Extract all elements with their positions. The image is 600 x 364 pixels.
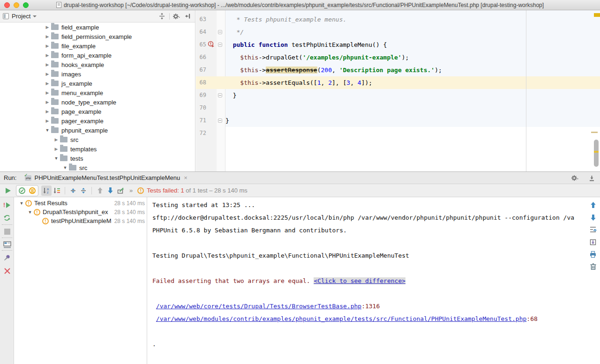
- project-tree-item[interactable]: ▼phpunit_example: [0, 126, 195, 135]
- show-ignored-toggle[interactable]: [27, 186, 38, 196]
- code-line-68[interactable]: $this->assertEquals([1, 2], [3, 4]);: [225, 76, 600, 89]
- chevron-right-icon[interactable]: ▶: [52, 137, 60, 142]
- test-tree-item[interactable]: ▼!Drupal\Tests\phpunit_ex28 s 140 ms: [14, 208, 147, 216]
- chevron-down-icon[interactable]: ▼: [26, 210, 34, 215]
- show-passed-toggle[interactable]: [17, 186, 27, 196]
- gutter-line-70[interactable]: 70: [196, 102, 225, 114]
- code-editor[interactable]: 63646566676869707172 * Tests phpunit_exa…: [196, 10, 600, 171]
- gutter-line-63[interactable]: 63: [196, 13, 225, 26]
- gutter-line-71[interactable]: 71: [196, 114, 225, 127]
- window-zoom-button[interactable]: [23, 2, 29, 8]
- clear-all-button[interactable]: [588, 261, 598, 272]
- project-tree-item[interactable]: ▶menu_example: [0, 88, 195, 97]
- project-tree-item[interactable]: ▶page_example: [0, 107, 195, 116]
- fold-marker-icon[interactable]: [218, 119, 222, 123]
- chevron-right-icon[interactable]: ▶: [44, 81, 51, 86]
- sort-by-duration-toggle[interactable]: [52, 186, 62, 196]
- collapse-all-button[interactable]: [78, 186, 89, 196]
- expand-all-button[interactable]: [68, 186, 78, 196]
- project-tree-item[interactable]: ▼src: [0, 163, 195, 171]
- code-line-71[interactable]: }: [225, 114, 600, 127]
- gutter-line-67[interactable]: 67: [196, 64, 225, 76]
- print-button[interactable]: [588, 249, 598, 260]
- chevron-right-icon[interactable]: ▶: [44, 119, 51, 123]
- project-tree-item[interactable]: ▼tests: [0, 154, 195, 163]
- code-line-70[interactable]: [225, 102, 600, 114]
- project-tree-item[interactable]: ▶field_example: [0, 22, 195, 32]
- stop-button[interactable]: [2, 226, 12, 237]
- test-tree-item[interactable]: !testPhpUnitExampleM28 s 140 ms: [14, 216, 147, 225]
- chevron-right-icon[interactable]: ▶: [44, 100, 51, 104]
- project-tree-item[interactable]: ▶pager_example: [0, 116, 195, 126]
- scroll-to-end-button[interactable]: [588, 237, 598, 247]
- close-run-panel-button[interactable]: [2, 266, 12, 276]
- down-stacktrace-button[interactable]: [588, 212, 598, 223]
- error-stripe-warning-mark[interactable]: [594, 13, 600, 17]
- project-tree-item[interactable]: ▶field_permission_example: [0, 32, 195, 41]
- rerun-test-button[interactable]: [2, 213, 12, 223]
- restore-layout-button[interactable]: [2, 239, 12, 250]
- rerun-failed-tests-button[interactable]: !: [2, 200, 12, 210]
- project-tree-item[interactable]: ▶images: [0, 69, 195, 79]
- error-stripe-mark[interactable]: [591, 132, 598, 133]
- fold-marker-icon[interactable]: [218, 43, 222, 47]
- hide-run-panel-button[interactable]: [587, 174, 596, 182]
- project-tree-item[interactable]: ▶js_example: [0, 79, 195, 88]
- editor-scrollbar[interactable]: [594, 140, 599, 167]
- pin-tab-button[interactable]: [2, 253, 12, 263]
- chevron-right-icon[interactable]: ▶: [44, 90, 51, 95]
- code-line-66[interactable]: $this->drupalGet('/examples/phpunit-exam…: [225, 51, 600, 64]
- chevron-right-icon[interactable]: ▶: [44, 109, 51, 114]
- test-console[interactable]: Testing started at 13:25 ...sftp://docke…: [147, 199, 586, 364]
- chevron-right-icon[interactable]: ▶: [44, 62, 51, 67]
- run-settings-gear-button[interactable]: [570, 174, 579, 182]
- window-close-button[interactable]: [4, 2, 10, 8]
- gutter-line-68[interactable]: 68: [196, 76, 225, 89]
- chevron-right-icon[interactable]: ▶: [44, 53, 51, 58]
- chevron-down-icon[interactable]: ▼: [18, 201, 25, 206]
- code-line-67[interactable]: $this->assertResponse(200, 'Description …: [225, 64, 600, 76]
- chevron-right-icon[interactable]: ▶: [44, 44, 51, 48]
- select-opened-file-button[interactable]: [157, 12, 166, 21]
- gutter-line-72[interactable]: 72: [196, 127, 225, 140]
- soft-wrap-toggle[interactable]: [588, 224, 598, 235]
- close-icon[interactable]: ×: [184, 174, 188, 181]
- console-link[interactable]: /var/www/web/modules/contrib/examples/ph…: [156, 315, 527, 322]
- chevron-right-icon[interactable]: ▶: [44, 72, 51, 76]
- chevron-down-icon[interactable]: ▼: [44, 128, 51, 133]
- chevron-right-icon[interactable]: ▶: [52, 147, 60, 151]
- rerun-button[interactable]: [3, 186, 13, 196]
- project-tree-item[interactable]: ▶src: [0, 135, 195, 144]
- gutter-line-69[interactable]: 69: [196, 89, 225, 102]
- console-link[interactable]: /var/www/web/core/tests/Drupal/Tests/Bro…: [156, 303, 361, 310]
- project-tree-item[interactable]: ▶form_api_example: [0, 51, 195, 60]
- code-line-72[interactable]: [225, 127, 600, 140]
- chevron-right-icon[interactable]: ▶: [44, 34, 51, 39]
- fold-marker-icon[interactable]: [218, 93, 222, 97]
- rerun-failed-test-gutter-icon[interactable]: [208, 41, 215, 48]
- gutter-line-64[interactable]: 64: [196, 26, 225, 38]
- previous-failed-test-button[interactable]: [95, 186, 105, 196]
- hide-project-panel-button[interactable]: [183, 12, 192, 21]
- chevron-down-icon[interactable]: ▼: [61, 165, 69, 170]
- project-tree-item[interactable]: ▶node_type_example: [0, 97, 195, 107]
- export-test-results-button[interactable]: [115, 186, 126, 196]
- run-tab[interactable]: php✓ PHPUnitExampleMenuTest.testPhpUnitE…: [21, 172, 191, 184]
- code-line-65[interactable]: public function testPhpUnitExampleMenu()…: [225, 38, 600, 51]
- gutter-line-66[interactable]: 66: [196, 51, 225, 64]
- next-failed-test-button[interactable]: [105, 186, 115, 196]
- up-stacktrace-button[interactable]: [588, 200, 598, 210]
- console-link[interactable]: <Click to see difference>: [314, 277, 405, 284]
- chevron-down-icon[interactable]: ▼: [52, 156, 60, 161]
- project-tree-item[interactable]: ▶file_example: [0, 41, 195, 51]
- gutter-line-65[interactable]: 65: [196, 38, 225, 51]
- code-line-64[interactable]: */: [225, 26, 600, 38]
- window-minimize-button[interactable]: [14, 2, 19, 8]
- project-tree-item[interactable]: ▶templates: [0, 144, 195, 154]
- code-line-63[interactable]: * Tests phpunit_example menus.: [225, 13, 600, 26]
- code-line-69[interactable]: }: [225, 89, 600, 102]
- project-tree-item[interactable]: ▶hooks_example: [0, 60, 195, 69]
- chevron-right-icon[interactable]: ▶: [44, 25, 51, 30]
- chevron-down-icon[interactable]: [33, 15, 37, 17]
- project-panel-title[interactable]: Project: [12, 13, 30, 20]
